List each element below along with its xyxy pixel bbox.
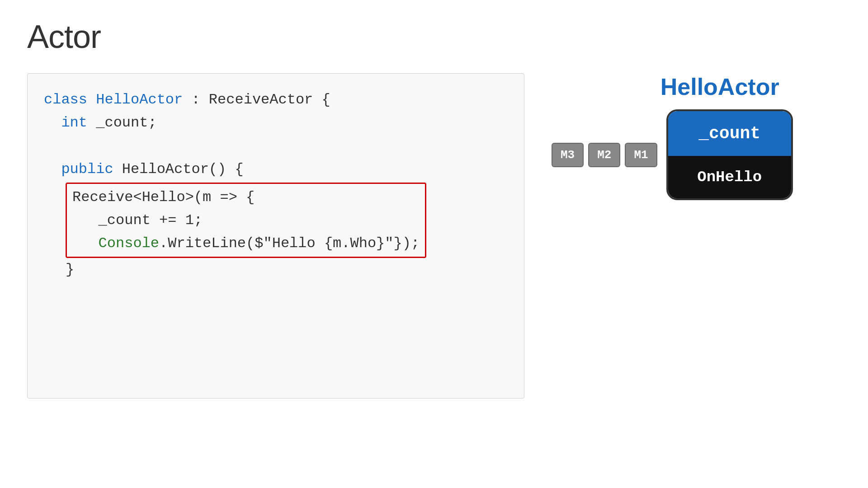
- actor-method-onhello: OnHello: [668, 156, 791, 198]
- count-increment: _count += 1;: [72, 212, 203, 229]
- code-line-1: class HelloActor : ReceiveActor {: [44, 88, 508, 111]
- keyword-public: public: [61, 161, 113, 178]
- indent-2: [44, 114, 61, 131]
- actor-diagram-title: HelloActor: [660, 73, 779, 100]
- actor-field-count: _count: [668, 111, 791, 156]
- indent-4: [44, 161, 61, 178]
- keyword-class: class: [44, 91, 96, 108]
- message-m3: M3: [552, 143, 584, 167]
- constructor-decl: HelloActor() {: [113, 161, 244, 178]
- code-line-4: public HelloActor() {: [44, 158, 508, 181]
- page-container: Actor class HelloActor : ReceiveActor { …: [0, 0, 868, 488]
- code-line-3: [44, 134, 508, 157]
- right-panel: HelloActor M3 M2 M1 _count OnHello: [552, 73, 793, 200]
- code-line-2: int _count;: [44, 111, 508, 134]
- code-panel: class HelloActor : ReceiveActor { int _c…: [27, 73, 524, 399]
- message-m1: M1: [625, 143, 657, 167]
- message-queue: M3 M2 M1: [552, 143, 657, 167]
- receive-box: Receive<Hello>(m => { _count += 1; Conso…: [66, 183, 426, 258]
- messages-and-actor: M3 M2 M1 _count OnHello: [552, 109, 793, 200]
- code-block: class HelloActor : ReceiveActor { int _c…: [44, 88, 508, 282]
- keyword-int: int: [61, 114, 87, 131]
- actor-box: _count OnHello: [666, 109, 793, 200]
- main-content: class HelloActor : ReceiveActor { int _c…: [27, 73, 841, 470]
- receive-call: Receive<Hello>(m => {: [72, 189, 255, 206]
- receive-line-2: _count += 1;: [72, 209, 420, 232]
- class-extends: : ReceiveActor {: [183, 91, 330, 108]
- message-m2: M2: [588, 143, 620, 167]
- console-call: Console: [72, 235, 159, 252]
- class-name: HelloActor: [96, 91, 183, 108]
- receive-line-3: Console.WriteLine($"Hello {m.Who}"});: [72, 232, 420, 255]
- receive-line-1: Receive<Hello>(m => {: [72, 186, 420, 209]
- writeline-call: .WriteLine($"Hello {m.Who}"});: [159, 235, 420, 252]
- closing-brace-1: }: [66, 258, 508, 281]
- field-decl: _count;: [87, 114, 157, 131]
- page-title: Actor: [27, 18, 841, 55]
